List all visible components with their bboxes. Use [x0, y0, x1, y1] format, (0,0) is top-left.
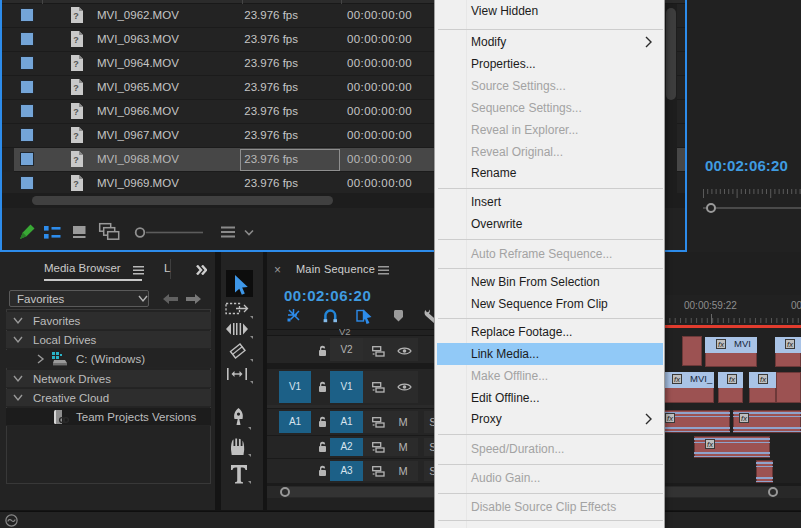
svg-text:?: ?: [73, 179, 79, 189]
svg-text:?: ?: [73, 11, 79, 21]
svg-text:?: ?: [73, 83, 79, 93]
svg-text:?: ?: [73, 131, 79, 141]
svg-text:?: ?: [73, 35, 79, 45]
svg-text:?: ?: [73, 155, 79, 165]
svg-text:?: ?: [73, 107, 79, 117]
svg-text:?: ?: [73, 59, 79, 69]
